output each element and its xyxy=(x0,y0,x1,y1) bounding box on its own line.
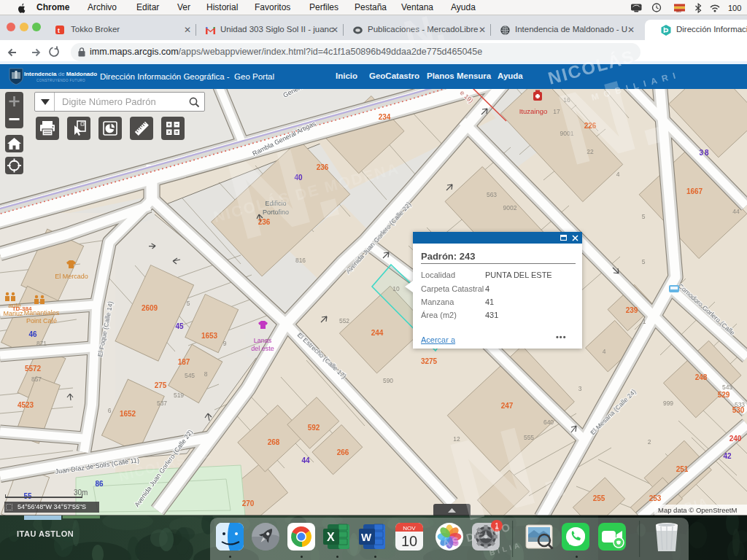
svg-text:187: 187 xyxy=(178,358,190,366)
svg-text:590: 590 xyxy=(383,377,393,384)
svg-text:Ituzaingo: Ituzaingo xyxy=(519,107,548,115)
svg-text:El Mercado: El Mercado xyxy=(55,273,88,280)
svg-text:640: 640 xyxy=(543,419,554,426)
svg-text:46: 46 xyxy=(28,330,37,338)
svg-text:8: 8 xyxy=(204,370,208,378)
svg-text:239: 239 xyxy=(626,306,638,314)
svg-text:275: 275 xyxy=(155,381,167,389)
svg-text:42: 42 xyxy=(723,452,732,460)
svg-text:ISO: ISO xyxy=(676,9,681,13)
svg-text:1653: 1653 xyxy=(201,332,218,340)
svg-text:266: 266 xyxy=(337,448,349,456)
svg-text:10: 10 xyxy=(401,533,417,549)
svg-text:1: 1 xyxy=(643,318,646,325)
svg-text:519: 519 xyxy=(174,392,184,399)
svg-text:4523: 4523 xyxy=(18,401,34,409)
svg-text:TD-384: TD-384 xyxy=(12,306,32,312)
svg-text:537: 537 xyxy=(157,400,167,407)
svg-text:22: 22 xyxy=(587,148,594,155)
svg-text:999: 999 xyxy=(663,400,673,407)
svg-text:3: 3 xyxy=(578,385,582,392)
svg-text:Point Café: Point Café xyxy=(26,317,57,324)
svg-text:563: 563 xyxy=(487,191,497,198)
svg-text:255: 255 xyxy=(593,494,605,502)
svg-text:17: 17 xyxy=(553,108,560,115)
svg-text:543: 543 xyxy=(722,384,732,391)
svg-text:Lanas: Lanas xyxy=(254,337,272,344)
svg-text:4: 4 xyxy=(616,171,620,178)
svg-text:9002: 9002 xyxy=(503,204,517,211)
svg-text:9: 9 xyxy=(223,340,227,347)
svg-text:16: 16 xyxy=(563,96,570,104)
svg-text:X: X xyxy=(327,531,335,543)
svg-text:2609: 2609 xyxy=(142,304,158,312)
svg-text:9001: 9001 xyxy=(560,130,574,137)
svg-text:t: t xyxy=(58,27,60,34)
svg-text:1667: 1667 xyxy=(686,187,703,195)
svg-text:226: 226 xyxy=(584,122,597,130)
svg-text:10: 10 xyxy=(392,285,400,292)
svg-text:552: 552 xyxy=(339,317,349,324)
svg-text:244: 244 xyxy=(371,329,384,337)
svg-text:5: 5 xyxy=(187,300,190,307)
svg-text:1: 1 xyxy=(495,522,499,530)
svg-text:545: 545 xyxy=(185,372,195,379)
svg-text:270: 270 xyxy=(242,499,255,508)
svg-text:Portofino: Portofino xyxy=(263,209,289,216)
svg-text:240: 240 xyxy=(729,435,742,443)
svg-text:253: 253 xyxy=(649,494,662,502)
svg-text:12: 12 xyxy=(453,435,460,443)
svg-text:5: 5 xyxy=(642,213,646,220)
svg-text:6: 6 xyxy=(108,407,112,414)
svg-text:3275: 3275 xyxy=(421,357,438,365)
svg-text:44: 44 xyxy=(301,456,310,464)
svg-text:5572: 5572 xyxy=(25,365,42,373)
svg-text:592: 592 xyxy=(308,424,320,432)
svg-text:236: 236 xyxy=(317,163,329,171)
svg-text:816: 816 xyxy=(295,257,306,264)
svg-text:4: 4 xyxy=(603,348,606,355)
svg-text:100: 100 xyxy=(728,4,741,12)
svg-text:555: 555 xyxy=(524,434,534,441)
svg-text:234: 234 xyxy=(379,113,391,121)
svg-text:533: 533 xyxy=(735,401,745,408)
svg-text:2: 2 xyxy=(648,438,651,446)
svg-text:247: 247 xyxy=(501,402,514,410)
svg-text:NOV: NOV xyxy=(403,525,416,532)
svg-text:1652: 1652 xyxy=(120,410,136,418)
svg-text:871: 871 xyxy=(36,340,47,347)
svg-text:248: 248 xyxy=(695,373,708,381)
svg-text:251: 251 xyxy=(676,465,689,473)
svg-text:236: 236 xyxy=(258,218,271,226)
svg-text:86: 86 xyxy=(95,480,104,488)
svg-text:857: 857 xyxy=(31,376,42,383)
svg-text:Edificio: Edificio xyxy=(265,200,286,207)
svg-text:45: 45 xyxy=(175,322,184,330)
svg-text:del este: del este xyxy=(251,345,274,352)
svg-text:W: W xyxy=(361,531,372,543)
svg-text:38: 38 xyxy=(699,149,710,157)
svg-text:5: 5 xyxy=(642,258,646,265)
svg-text:40: 40 xyxy=(294,174,303,182)
svg-text:529: 529 xyxy=(718,391,730,399)
svg-text:268: 268 xyxy=(268,438,280,446)
svg-text:44: 44 xyxy=(732,208,740,215)
